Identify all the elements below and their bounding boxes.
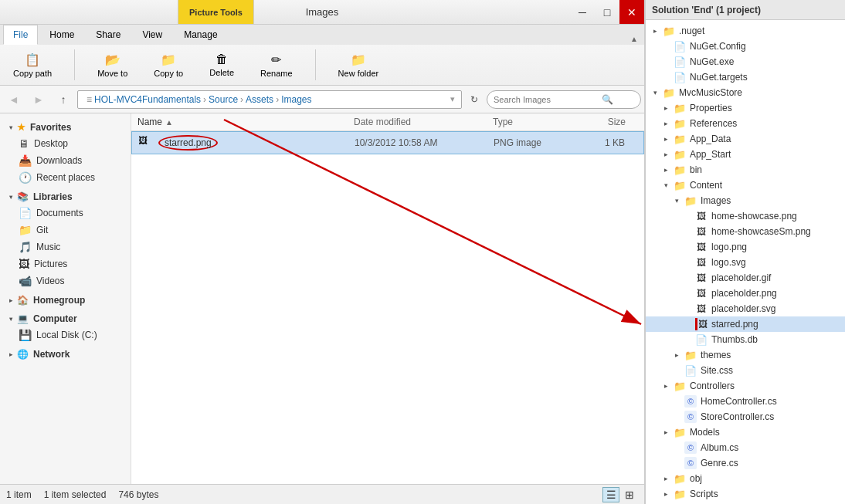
tree-expand-icon[interactable] — [670, 457, 683, 469]
tree-item[interactable]: ©HomeController.cs — [646, 394, 845, 409]
sidebar-homegroup-group[interactable]: ▸ 🏠 Homegroup — [0, 293, 131, 308]
tree-expand-icon[interactable]: ▸ — [660, 472, 672, 485]
sidebar-computer-group[interactable]: ▾ 💻 Computer — [0, 311, 131, 326]
tree-expand-icon[interactable]: ▸ — [660, 133, 672, 145]
sidebar-item-recent[interactable]: 🕐 Recent places — [0, 169, 131, 186]
tree-item[interactable]: ©StoreController.cs — [646, 409, 845, 425]
tab-file[interactable]: File — [3, 25, 38, 45]
tree-item[interactable]: 🖼home-showcaseSm.png — [646, 224, 845, 239]
tree-expand-icon[interactable]: ▸ — [660, 164, 672, 176]
path-part-assets[interactable]: Assets — [246, 94, 273, 105]
tree-expand-icon[interactable] — [681, 210, 694, 222]
close-button[interactable]: ✕ — [619, 0, 644, 24]
tree-item[interactable]: ▾📁Content — [646, 178, 845, 193]
delete-button[interactable]: 🗑 Delete — [202, 48, 241, 82]
tree-expand-icon[interactable] — [681, 287, 694, 299]
tree-expand-icon[interactable] — [670, 395, 683, 408]
tree-item[interactable]: 📄NuGet.Config — [646, 39, 845, 54]
tree-expand-icon[interactable]: ▸ — [660, 148, 672, 161]
tree-item[interactable]: 📄NuGet.targets — [646, 69, 845, 85]
sidebar-item-music[interactable]: 🎵 Music — [0, 238, 131, 255]
tree-expand-icon[interactable]: ▸ — [660, 426, 672, 438]
tree-expand-icon[interactable]: ▾ — [670, 194, 683, 207]
column-name[interactable]: Name ▲ — [137, 117, 354, 127]
sidebar-favorites-group[interactable]: ▾ ★ Favorites — [0, 120, 131, 135]
tree-item[interactable]: ▸📁Properties — [646, 100, 845, 116]
path-part-source[interactable]: Source — [209, 94, 238, 105]
tab-home[interactable]: Home — [39, 25, 84, 45]
tree-expand-icon[interactable]: ▾ — [649, 86, 661, 99]
tree-expand-icon[interactable]: ▸ — [649, 25, 661, 37]
minimize-button[interactable]: ─ — [570, 0, 595, 24]
tree-expand-icon[interactable] — [660, 40, 672, 52]
tree-item[interactable]: 🖼home-showcase.png — [646, 208, 845, 224]
tree-item[interactable]: ▾📁MvcMusicStore — [646, 85, 845, 100]
tree-expand-icon[interactable] — [681, 303, 694, 315]
tree-expand-icon[interactable] — [681, 333, 694, 346]
sidebar-item-git[interactable]: 📁 Git — [0, 222, 131, 238]
column-date[interactable]: Date modified — [354, 117, 493, 127]
search-box[interactable]: 🔍 — [487, 90, 641, 109]
refresh-button[interactable]: ↻ — [465, 90, 484, 109]
move-to-button[interactable]: 📂 Move to — [90, 48, 134, 82]
tab-view[interactable]: View — [132, 25, 172, 45]
path-dropdown-icon[interactable]: ▾ — [450, 94, 455, 104]
tree-item[interactable]: 📄Site.css — [646, 363, 845, 378]
sidebar-item-downloads[interactable]: 📥 Downloads — [0, 152, 131, 169]
tree-item[interactable]: ©Genre.cs — [646, 455, 845, 471]
sidebar-item-desktop[interactable]: 🖥 Desktop — [0, 135, 131, 152]
sidebar-network-group[interactable]: ▸ 🌐 Network — [0, 347, 131, 362]
tree-item[interactable]: 🖼starred.png — [646, 316, 845, 332]
tree-expand-icon[interactable] — [670, 364, 683, 377]
tree-expand-icon[interactable] — [681, 225, 694, 238]
sidebar-item-pictures[interactable]: 🖼 Pictures — [0, 255, 131, 272]
tab-share[interactable]: Share — [86, 25, 131, 45]
sidebar-libraries-group[interactable]: ▾ 📚 Libraries — [0, 189, 131, 205]
path-part-root[interactable]: HOL-MVC4Fundamentals — [94, 94, 201, 105]
tree-item[interactable]: 🖼logo.svg — [646, 255, 845, 270]
back-button[interactable]: ◄ — [3, 90, 25, 109]
large-icons-view-button[interactable]: ⊞ — [621, 487, 638, 502]
address-path[interactable]: ≡ HOL-MVC4Fundamentals › Source › Assets… — [77, 90, 462, 109]
table-row[interactable]: 🖼 starred.png 10/3/2012 10:58 AM PNG ima… — [131, 131, 644, 154]
path-part-images[interactable]: Images — [281, 94, 311, 105]
tab-manage[interactable]: Manage — [174, 25, 227, 45]
tree-item[interactable]: 📄NuGet.exe — [646, 54, 845, 69]
tree-expand-icon[interactable]: ▸ — [670, 349, 683, 361]
tree-item[interactable]: 🖼placeholder.gif — [646, 270, 845, 286]
sidebar-item-documents[interactable]: 📄 Documents — [0, 205, 131, 222]
tree-expand-icon[interactable]: ▸ — [660, 102, 672, 114]
tree-item[interactable]: ▸📁References — [646, 116, 845, 131]
forward-button[interactable]: ► — [28, 90, 49, 109]
tree-item[interactable]: ▸📁App_Data — [646, 131, 845, 147]
tree-item[interactable]: ▸📁.nuget — [646, 23, 845, 39]
ribbon-expand-button[interactable]: ▲ — [627, 33, 641, 45]
tree-item[interactable]: 🖼placeholder.png — [646, 286, 845, 301]
picture-tools-tab[interactable]: Picture Tools — [178, 0, 254, 24]
search-input[interactable] — [494, 95, 602, 104]
rename-button[interactable]: ✏ Rename — [253, 48, 300, 82]
new-folder-button[interactable]: 📁 New folder — [331, 48, 386, 82]
tree-expand-icon[interactable] — [660, 56, 672, 68]
details-view-button[interactable]: ☰ — [602, 487, 619, 502]
tree-expand-icon[interactable]: ▸ — [660, 488, 672, 500]
tree-item[interactable]: ▸📁bin — [646, 162, 845, 178]
copy-to-button[interactable]: 📁 Copy to — [147, 48, 190, 82]
tree-item[interactable]: 📄Thumbs.db — [646, 332, 845, 347]
tree-item[interactable]: 🖼logo.png — [646, 239, 845, 255]
tree-expand-icon[interactable]: ▸ — [660, 117, 672, 130]
tree-expand-icon[interactable] — [660, 71, 672, 83]
maximize-button[interactable]: □ — [595, 0, 619, 24]
tree-expand-icon[interactable] — [681, 241, 694, 253]
tree-expand-icon[interactable]: ▸ — [660, 380, 672, 392]
tree-item[interactable]: ▸📁Scripts — [646, 486, 845, 502]
tree-item[interactable]: ▸📁Models — [646, 425, 845, 440]
tree-item[interactable]: ▸📁App_Start — [646, 147, 845, 162]
tree-expand-icon[interactable] — [681, 318, 694, 330]
tree-item[interactable]: ▸📁obj — [646, 471, 845, 486]
sidebar-item-videos[interactable]: 📹 Videos — [0, 272, 131, 289]
tree-item[interactable]: ▸📁themes — [646, 347, 845, 363]
tree-expand-icon[interactable] — [681, 256, 694, 269]
sidebar-item-local-disk[interactable]: 💾 Local Disk (C:) — [0, 326, 131, 343]
up-button[interactable]: ↑ — [53, 90, 74, 109]
